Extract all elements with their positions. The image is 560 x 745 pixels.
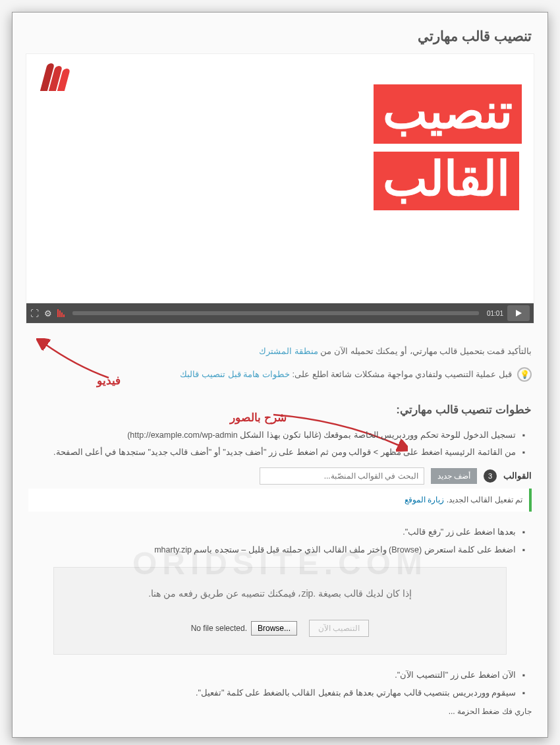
upload-theme-box: إذا كان لديك قالب بصيغة .zip، فيمكنك تنص…: [53, 567, 507, 655]
theme-search-input[interactable]: [260, 467, 424, 485]
subscriber-area-link[interactable]: منطقة المشترك: [259, 346, 318, 356]
no-file-label: No file selected.: [191, 621, 247, 636]
brand-logo-icon: [34, 61, 72, 91]
upload-controls: التنصيب الآن No file selected. Browse...: [71, 620, 489, 637]
svg-marker-0: [516, 310, 522, 316]
list-item: سيقوم ووردبريس بتنصيب قالب مهارتي بعدها …: [28, 686, 525, 701]
steps-list-1: تسجيل الدخول للوحة تحكم ووردبريس الخاصة …: [28, 428, 532, 462]
add-new-theme-button[interactable]: أضف جديد: [431, 468, 477, 484]
tutorial-page: تنصيب قالب مهارتي تنصيب القالب 01:01 ⚙ ⛶…: [12, 12, 548, 738]
themes-count-badge: 3: [484, 469, 497, 483]
lightbulb-icon: 💡: [517, 367, 532, 382]
signal-icon: [57, 309, 65, 317]
list-item: بعدها اضغط على زر "رفع قالب".: [28, 525, 525, 541]
video-overlay-title: تنصيب القالب: [374, 84, 522, 210]
progress-bar[interactable]: [72, 311, 479, 315]
article-body: بالتأكيد قمت بتحميل قالب مهارتي، أو يمكن…: [26, 343, 534, 719]
video-player[interactable]: تنصيب القالب 01:01 ⚙ ⛶: [26, 53, 534, 324]
video-timestamp: 01:01: [487, 310, 503, 317]
video-title-line: تنصيب: [374, 84, 522, 144]
intro-text: بالتأكيد قمت بتحميل قالب مهارتي، أو يمكن…: [28, 343, 532, 360]
themes-label: القوالب: [503, 468, 532, 485]
list-item: اضغط على كلمة استعرض (Browse) واختر ملف …: [28, 543, 525, 558]
steps-list-2: بعدها اضغط على زر "رفع قالب". اضغط على ك…: [28, 525, 532, 558]
video-title-line: القالب: [374, 152, 519, 211]
install-now-button[interactable]: التنصيب الآن: [309, 620, 369, 637]
list-item: من القائمة الرئيسية اضغط على مظهر > قوال…: [28, 445, 525, 461]
list-item: الآن اضغط على زر "التنصيب الآن".: [28, 668, 525, 684]
visit-site-link[interactable]: زيارة الموقع: [405, 495, 444, 504]
browse-button[interactable]: Browse...: [251, 621, 297, 636]
fullscreen-icon[interactable]: ⛶: [30, 309, 39, 318]
activation-notice: تم تفعيل القالب الجديد. زيارة الموقع: [28, 489, 532, 512]
file-chooser: No file selected. Browse...: [191, 621, 297, 636]
page-title: تنصيب قالب مهارتي: [28, 28, 532, 44]
tip-row: 💡 قبل عملية التنصيب ولتفادي مواجهة مشكلا…: [28, 367, 532, 383]
settings-icon[interactable]: ⚙: [44, 309, 52, 318]
themes-toolbar: القوالب 3 أضف جديد: [28, 467, 532, 485]
video-controls: 01:01 ⚙ ⛶: [26, 303, 534, 323]
list-item: تسجيل الدخول للوحة تحكم ووردبريس الخاصة …: [28, 428, 525, 444]
play-button[interactable]: [507, 305, 530, 321]
steps-heading: خطوات تنصيب قالب مهارتي:: [28, 400, 532, 421]
upload-heading: إذا كان لديك قالب بصيغة .zip، فيمكنك تنص…: [71, 585, 489, 603]
pre-install-steps-link[interactable]: خطوات هامة قبل تنصيب قالبك: [180, 369, 289, 379]
steps-list-3: الآن اضغط على زر "التنصيب الآن". سيقوم و…: [28, 668, 532, 701]
install-status: جاري فك ضغط الحزمة ...: [28, 704, 532, 719]
tip-text: قبل عملية التنصيب ولتفادي مواجهة مشكلات …: [180, 367, 512, 383]
